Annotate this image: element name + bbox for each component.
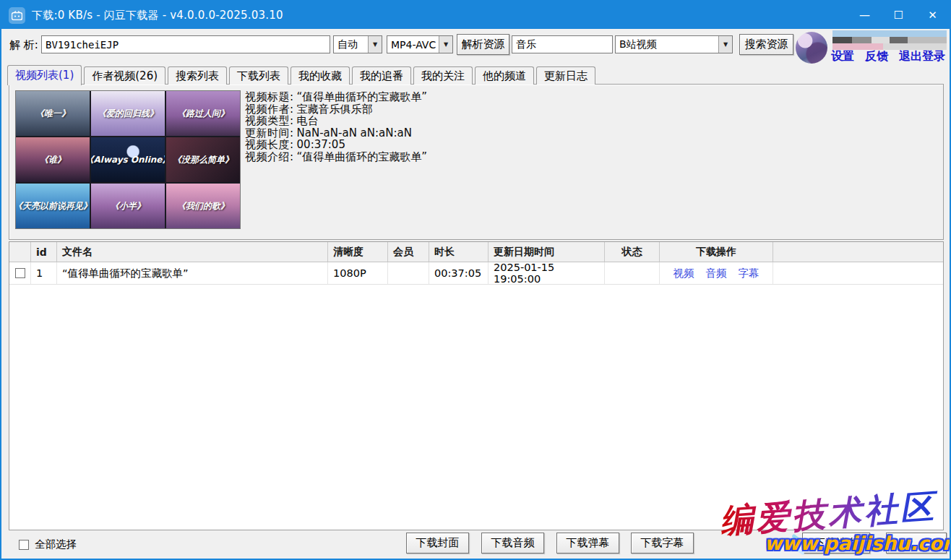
search-keyword-input[interactable] [512, 35, 613, 53]
user-links: 设置 反馈 退出登录 [831, 49, 945, 64]
select-all[interactable]: 全部选择 [19, 538, 77, 551]
video-author-line: 视频作者:宝藏音乐俱乐部 [245, 103, 427, 116]
select-all-label: 全部选择 [35, 538, 77, 551]
cell-actions: 视频 音频 字幕 [660, 262, 773, 284]
tab-download-list[interactable]: 下载列表 [229, 66, 288, 85]
cell-id: 1 [31, 262, 57, 284]
header-select [9, 242, 31, 262]
maximize-button[interactable]: ☐ [882, 1, 916, 29]
settings-link[interactable]: 设置 [831, 49, 854, 64]
chevron-down-icon[interactable]: ▼ [368, 36, 382, 53]
source-select-value: B站视频 [616, 38, 718, 51]
source-select[interactable]: B站视频 ▼ [615, 35, 733, 53]
cell-updated: 2025-01-15 19:05:00 [489, 262, 605, 284]
cell-filename: “值得单曲循环的宝藏歌单” [57, 262, 328, 284]
table-header: id 文件名 清晰度 会员 时长 更新日期时间 状态 下载操作 [9, 242, 943, 262]
video-info-panel: 《唯一》 《爱的回归线》 《路过人间》 《谁》 《Always Online》 … [9, 84, 944, 240]
cell-vip [388, 262, 429, 284]
header-filename: 文件名 [57, 242, 328, 262]
quality-select[interactable]: 自动 ▼ [333, 35, 382, 53]
format-select-value: MP4-AVC [387, 39, 439, 51]
avatar[interactable] [796, 32, 827, 64]
window-title: 下载:0 KB/s - 闪豆下载器 - v4.0.0.0-2025.03.10 [32, 9, 283, 22]
app-icon [9, 7, 25, 24]
video-type-line: 视频类型:电台 [245, 115, 427, 127]
feedback-link[interactable]: 反馈 [865, 49, 888, 64]
tab-my-favorites[interactable]: 我的收藏 [291, 66, 350, 85]
window-controls: — ☐ ✕ [848, 1, 950, 29]
tab-changelog[interactable]: 更新日志 [536, 66, 595, 85]
parse-input[interactable] [41, 35, 330, 53]
minimize-button[interactable]: — [848, 1, 882, 29]
video-title-line: 视频标题:“值得单曲循环的宝藏歌单” [245, 91, 427, 103]
video-cover-grid: 《唯一》 《爱的回归线》 《路过人间》 《谁》 《Always Online》 … [15, 90, 241, 229]
parse-resource-button[interactable]: 解析资源 [457, 34, 509, 55]
header-duration: 时长 [429, 242, 489, 262]
cover-thumbnail: 《没那么简单》 [166, 137, 240, 182]
tab-my-follows[interactable]: 我的关注 [413, 66, 473, 85]
download-cover-button[interactable]: 下载封面 [406, 533, 469, 553]
cover-thumbnail: 《路过人间》 [166, 91, 240, 136]
video-desc-line: 视频介绍:“值得单曲循环的宝藏歌单” [245, 151, 427, 163]
titlebar: 下载:0 KB/s - 闪豆下载器 - v4.0.0.0-2025.03.10 … [1, 1, 950, 29]
header-status: 状态 [605, 242, 660, 262]
cover-thumbnail: 《我们的歌》 [166, 184, 240, 228]
username-blurred [832, 30, 947, 50]
download-audio-button[interactable]: 下载音频 [481, 533, 544, 553]
obscured-button[interactable] [886, 533, 947, 553]
tab-video-list[interactable]: 视频列表(1) [7, 65, 82, 85]
tab-author-videos[interactable]: 作者视频(26) [84, 66, 165, 85]
tab-my-bangumi[interactable]: 我的追番 [352, 66, 411, 85]
row-checkbox[interactable] [15, 268, 25, 278]
tab-his-channel[interactable]: 他的频道 [475, 66, 534, 85]
download-subtitle-button[interactable]: 下载字幕 [631, 533, 694, 553]
tab-bar: 视频列表(1) 作者视频(26) 搜索列表 下载列表 我的收藏 我的追番 我的关… [7, 64, 598, 85]
video-length-line: 视频长度:00:37:05 [245, 139, 427, 151]
quality-select-value: 自动 [334, 38, 368, 51]
chevron-down-icon[interactable]: ▼ [439, 36, 452, 53]
close-button[interactable]: ✕ [916, 1, 950, 29]
cover-thumbnail: 《Always Online》 [91, 137, 165, 182]
select-all-checkbox[interactable] [19, 540, 29, 550]
cell-quality: 1080P [328, 262, 388, 284]
header-actions: 下载操作 [660, 242, 773, 262]
cell-duration: 00:37:05 [429, 262, 489, 284]
header-id: id [31, 242, 57, 262]
cover-thumbnail: 《爱的回归线》 [91, 91, 165, 136]
format-select[interactable]: MP4-AVC ▼ [387, 35, 453, 53]
header-updated: 更新日期时间 [489, 242, 605, 262]
cell-status [605, 262, 660, 284]
video-updated-line: 更新时间:NaN-aN-aN aN:aN:aN [245, 127, 427, 139]
footer-bar: 全部选择 下载封面 下载音频 下载弹幕 下载字幕 下载选中 [1, 529, 950, 559]
download-video-link[interactable]: 视频 [674, 267, 694, 280]
file-table-panel: id 文件名 清晰度 会员 时长 更新日期时间 状态 下载操作 1 “值得单曲循… [9, 241, 944, 530]
cover-thumbnail: 《天亮以前说再见》 [16, 184, 90, 228]
download-selected-button[interactable]: 下载选中 [802, 533, 870, 553]
cover-thumbnail: 《小半》 [91, 184, 165, 228]
tab-search-list[interactable]: 搜索列表 [168, 66, 227, 85]
cover-thumbnail: 《谁》 [16, 137, 90, 182]
video-info-fields: 视频标题:“值得单曲循环的宝藏歌单” 视频作者:宝藏音乐俱乐部 视频类型:电台 … [245, 91, 427, 163]
app-window: 下载:0 KB/s - 闪豆下载器 - v4.0.0.0-2025.03.10 … [0, 0, 951, 560]
table-row: 1 “值得单曲循环的宝藏歌单” 1080P 00:37:05 2025-01-1… [9, 262, 943, 285]
header-vip: 会员 [388, 242, 429, 262]
chevron-down-icon[interactable]: ▼ [718, 36, 732, 53]
download-subtitle-link[interactable]: 字幕 [739, 267, 759, 280]
logout-link[interactable]: 退出登录 [899, 49, 945, 64]
download-audio-link[interactable]: 音频 [706, 267, 727, 280]
search-resource-button[interactable]: 搜索资源 [739, 34, 793, 55]
cover-thumbnail: 《唯一》 [16, 91, 90, 136]
header-quality: 清晰度 [328, 242, 388, 262]
parse-label: 解 析: [9, 38, 38, 52]
download-danmaku-button[interactable]: 下载弹幕 [556, 533, 619, 553]
